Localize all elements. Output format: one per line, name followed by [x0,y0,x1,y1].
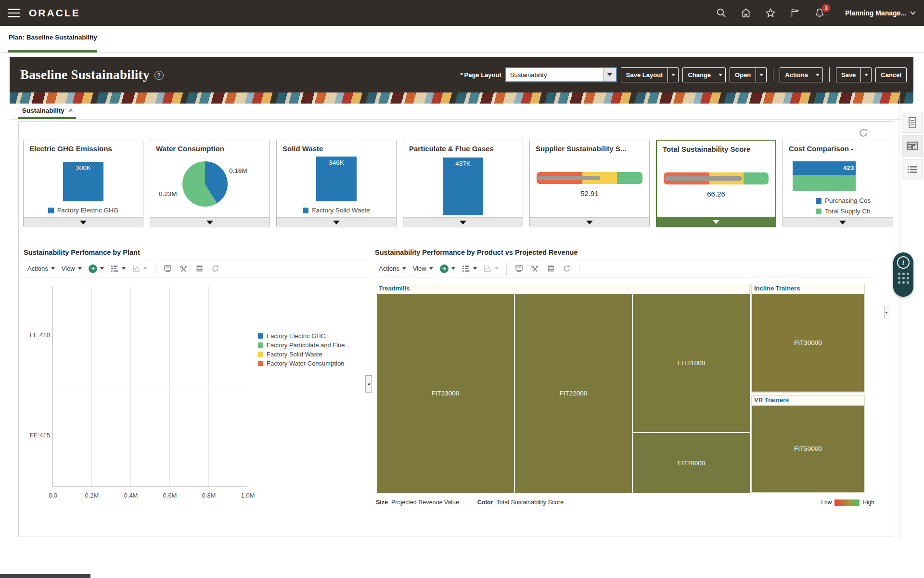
home-icon[interactable] [740,7,752,19]
save-dropdown[interactable] [860,68,871,82]
kpi-card-expander[interactable] [657,217,775,226]
export-icon[interactable] [514,264,524,273]
treemap-tile-fit21000[interactable]: FIT21000 [633,294,750,432]
triangle-down-icon [607,73,612,76]
gauge-segment-high [617,172,642,184]
collapse-panel-button[interactable]: ◄ [365,375,372,393]
notifications-bell-icon[interactable]: 3 [814,7,825,19]
tools-icon[interactable] [179,264,188,273]
table-view-icon[interactable] [195,264,204,273]
kpi-card-title: Particulate & Flue Gases [403,140,523,153]
tile-label: FIT30000 [794,339,822,346]
legend-swatch [816,198,821,204]
horizontal-scrollbar-thumb[interactable] [0,574,90,578]
chart-type-menu[interactable] [462,264,477,273]
open-button[interactable]: Open [730,67,767,82]
x-axis-tick: 0.4M [119,492,142,499]
save-layout-button[interactable]: Save Layout [621,67,679,82]
cancel-button[interactable]: Cancel [875,67,907,82]
x-axis-tick: 0.0 [41,492,64,499]
treemap-tile-fit30000[interactable]: FIT30000 [752,294,864,392]
actions-menu[interactable]: Actions [27,265,55,272]
info-icon[interactable]: i [897,256,910,269]
search-icon[interactable] [716,7,727,19]
tools-icon[interactable] [530,264,539,273]
actions-button[interactable]: Actions [780,67,823,82]
refresh-icon[interactable] [562,264,571,273]
treemap-tile-fit22000[interactable]: FIT22000 [515,294,632,493]
treemap-group-header: Incline Trainers [752,284,864,293]
hbar-total-supply-chain [793,175,856,191]
kpi-card-expander[interactable] [783,217,893,227]
close-tab-icon[interactable]: × [69,106,73,114]
open-dropdown[interactable] [756,68,766,82]
page-properties-tab[interactable] [902,112,923,133]
scale-low-label: Low [821,499,832,506]
save-button[interactable]: Save [836,67,872,82]
kpi-card-title: Cost Comparison - [783,140,893,153]
kpi-card-supplier-sustainability-score[interactable]: Supplier Sustainability S... 52.91 [529,140,650,227]
x-axis-tick: 0.6M [158,492,181,499]
page-layout-input[interactable] [506,68,603,81]
kpi-card-expander[interactable] [403,217,523,227]
plan-tab-row: Plan: Baseline Sustainability [0,26,924,53]
refresh-icon[interactable] [211,264,220,273]
kpi-card-cost-comparison[interactable]: Cost Comparison - 423 Purchasing Cos Tot… [783,140,893,227]
page-layout-dropdown-button[interactable] [603,68,616,81]
page-layout-combobox[interactable] [505,67,617,82]
kpi-card-expander[interactable] [150,217,270,227]
user-menu[interactable]: Planning Manage... [845,9,916,17]
export-icon[interactable] [163,264,172,273]
expand-panel-button[interactable]: ► [884,306,889,318]
kpi-card-title: Electric GHG Emissions [24,140,143,153]
legend-label: Factory Solid Waste [267,351,322,358]
tab-sustainability[interactable]: Sustainability× [22,106,73,114]
kpi-card-total-sustainability-score[interactable]: Total Sustainability Score 66.26 [656,140,776,227]
drill-menu[interactable] [440,264,455,273]
reset-layout-icon[interactable] [858,128,869,138]
change-button[interactable]: Change [682,67,726,82]
side-panel-tabs [902,112,924,180]
oracle-logo[interactable]: ORACLE [29,7,80,19]
flag-watchlist-icon[interactable] [789,7,801,19]
drill-menu[interactable] [89,264,104,273]
legend-swatch [303,208,308,213]
treemap-tile-fit50000[interactable]: FIT50000 [752,406,864,492]
treemap-tile-fit23000[interactable]: FIT23000 [377,294,514,493]
chart-title: Sustainability Performance by Product vs… [375,249,877,256]
triangle-down-icon [122,267,126,270]
favorites-star-icon[interactable] [765,7,776,19]
color-by-label: Total Sustainability Score [497,499,564,506]
kpi-card-particulate-flue-gases[interactable]: Particulate & Flue Gases 437K [403,140,523,227]
bar-value-label: 300K [63,164,103,171]
kpi-legend: Total Supply Ch [816,208,871,215]
kpi-card-expander[interactable] [24,217,143,227]
chart-type-menu[interactable] [111,264,126,273]
legend-label: Factory Particulate and Flue ... [267,342,352,349]
app-grid-icon[interactable] [898,273,909,284]
view-menu[interactable]: View [62,265,82,272]
dashboard-layout-tab[interactable] [902,135,923,157]
user-menu-label: Planning Manage... [845,9,906,17]
list-view-tab[interactable] [902,159,923,180]
triangle-down-icon [451,267,455,270]
change-dropdown[interactable] [716,74,725,76]
kpi-card-expander[interactable] [530,217,649,227]
treemap-group-incline-trainers: Incline Trainers FIT30000 [751,284,865,393]
save-layout-dropdown[interactable] [667,68,678,82]
help-icon[interactable]: ? [154,71,164,80]
treemap-tile-fit20000[interactable]: FIT20000 [633,433,750,493]
kpi-card-water-consumption[interactable]: Water Consumption 0.16M 0.23M [150,140,270,227]
actions-dropdown[interactable] [813,74,822,76]
kpi-card-expander[interactable] [277,217,396,227]
table-view-icon[interactable] [546,264,555,273]
y-axis-label: FE:415 [22,432,50,439]
kpi-card-solid-waste[interactable]: Solid Waste 346K Factory Solid Waste [276,140,397,227]
view-menu[interactable]: View [413,265,433,272]
guided-learning-widget[interactable]: i [893,252,913,297]
plan-tab[interactable]: Plan: Baseline Sustainability [9,34,97,41]
kpi-card-electric-ghg-emissions[interactable]: Electric GHG Emissions 300K Factory Elec… [23,140,143,227]
hamburger-menu-icon[interactable] [8,9,20,17]
x-axis-tick: 1.0M [236,492,259,499]
actions-menu[interactable]: Actions [379,265,406,272]
